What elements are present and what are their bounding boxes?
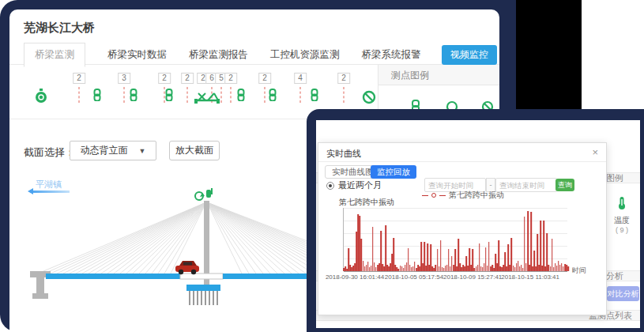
sensor-dashed-line (124, 87, 125, 103)
x-tick-label: 2018-10-09 15:27:41 (443, 274, 502, 281)
x-tick-label: 2018-10-15 11:03:41 (501, 274, 559, 281)
x-tick-label: 2018-10-05 05:17:54 (385, 274, 443, 281)
chart-bar (540, 221, 541, 271)
chart-bar (544, 221, 545, 271)
prohibition-icon (362, 90, 376, 104)
sensor-dashed-line (221, 87, 222, 103)
sensor-count-badge: 4 (294, 73, 307, 84)
section-select-dropdown[interactable]: 动态背立面 ▼ (70, 141, 156, 160)
background-window-edge (582, 0, 644, 112)
sensor-dashed-line (231, 87, 232, 103)
temperature-label: 温度 (610, 215, 634, 226)
legend-line-icon (439, 195, 446, 196)
bridge-deck-left (46, 274, 180, 279)
chart-bar (552, 239, 553, 271)
tab-bridge-monitoring[interactable]: 桥梁监测 (24, 43, 85, 67)
prohibition-icon (481, 100, 494, 109)
sensor-dashed-line (344, 87, 345, 103)
front-window-content: 测点图例 温度 ( 9 ) 对比分析 对比分析 监测点列表 实时曲线 × 实时曲… (316, 120, 640, 328)
legend-circle-icon (431, 193, 436, 198)
legend-panel: 测点图例 (378, 65, 499, 109)
chart-plot-area: 05001,0001,5002,0002,500 (343, 208, 567, 271)
link-icon (410, 100, 421, 109)
tab-realtime-data[interactable]: 桥梁实时数据 (107, 48, 167, 62)
legend-line-icon (422, 195, 428, 196)
dialog-header: 实时曲线 × (318, 143, 606, 162)
foundation-cap (186, 285, 220, 291)
sensor-dashed-line (265, 87, 266, 103)
sensor-strip: 23222652242 (9, 70, 378, 114)
link-icon (92, 89, 102, 101)
close-icon[interactable]: × (592, 146, 598, 158)
gridline (344, 246, 567, 247)
gridline (344, 208, 567, 209)
sensor-count-badge: 2 (158, 73, 171, 84)
chart-bar (530, 212, 532, 271)
gridline (344, 233, 567, 234)
video-monitor-button[interactable]: 视频监控 (442, 45, 497, 65)
temperature-count: ( 9 ) (610, 226, 634, 234)
sensor-dashed-line (187, 87, 188, 103)
tab-monitoring-report[interactable]: 桥梁监测报告 (189, 48, 248, 62)
rotate-icon (446, 100, 458, 109)
section-select-label: 截面选择： (24, 145, 75, 160)
sensor-group-icon (194, 90, 220, 104)
link-icon (129, 89, 138, 101)
sensor-count-badge: 2 (337, 73, 350, 84)
chart-bar (567, 266, 569, 271)
thermometer-icon (617, 196, 627, 210)
bridge-deck-gap (180, 274, 223, 279)
compare-analysis-button[interactable]: 对比分析 (607, 286, 639, 301)
foundation-piles (190, 291, 217, 305)
sensor-count-badge: 2 (258, 73, 271, 84)
legend-label: 第七跨跨中振动 (449, 190, 504, 201)
x-tick-label: 2018-09-30 16:01:44 (326, 274, 384, 281)
stopwatch-icon (34, 89, 48, 104)
realtime-curve-dialog: 实时曲线 × 实时曲线图 监控回放 最近两个月 - 查询 第七跨跨中振动 第七跨… (318, 142, 607, 315)
legend-panel-header: 测点图例 (378, 65, 499, 85)
tabbar: 桥梁监测 桥梁实时数据 桥梁监测报告 工控机资源监测 桥梁系统报警 (24, 44, 490, 65)
dialog-title: 实时曲线 (326, 148, 361, 160)
tower-top-sensor-icons (195, 188, 212, 200)
sensor-count-badge: 2 (224, 73, 237, 84)
sensor-count-badge: 2 (181, 73, 194, 84)
car (175, 261, 199, 274)
chevron-down-icon: ▼ (139, 147, 146, 155)
link-icon (310, 89, 319, 101)
page-title: 芜湖长江大桥 (24, 21, 95, 36)
section-select-value: 动态背立面 (81, 144, 128, 157)
link-icon (268, 89, 277, 101)
sensor-dashed-line (300, 87, 301, 103)
tab-system-alarm[interactable]: 桥梁系统报警 (362, 48, 421, 62)
temperature-entry[interactable]: 温度 ( 9 ) (610, 196, 634, 234)
tab-ipc-resource[interactable]: 工控机资源监测 (270, 48, 340, 62)
x-axis-name: 时间 (572, 266, 586, 276)
sensor-count-badge: 3 (118, 73, 130, 84)
link-icon (164, 89, 174, 101)
chart-title: 第七跨跨中振动 (339, 197, 394, 208)
link-icon (236, 89, 246, 101)
sensor-count-badge: 2 (73, 73, 85, 84)
sensor-dashed-line (79, 87, 80, 103)
gridline (344, 221, 567, 221)
radio-last-two-months[interactable] (326, 182, 334, 190)
chart-bar (527, 211, 529, 271)
zoom-section-button[interactable]: 放大截面 (169, 141, 220, 160)
tab-monitor-playback[interactable]: 监控回放 (371, 165, 416, 179)
black-video-region (516, 0, 582, 109)
